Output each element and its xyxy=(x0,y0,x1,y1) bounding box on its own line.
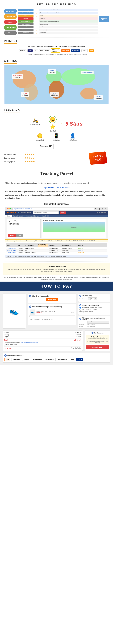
return-item-not-received[interactable]: Not Received xyxy=(4,9,17,14)
feedback-top-row: 🛵 Receive items ↓ → 😊 ⭐ Satisfied → 5 St… xyxy=(4,116,109,132)
subtotal-value: US $14.30 xyxy=(75,332,81,334)
pm-bank-transfer[interactable]: Bank Transfer xyxy=(44,358,56,361)
label-brazil: Brazil20-45days xyxy=(20,92,29,97)
rating-item-communication: Communication: ★★★★★ xyxy=(4,156,90,160)
return-refunds-section: RETURN AND REFUNDS Not Received Received… xyxy=(0,0,113,37)
shipping-value: US $0.00 xyxy=(76,334,81,336)
track-search-button[interactable]: Track xyxy=(60,212,66,214)
step4-label: Choose express delivery xyxy=(82,304,99,306)
feedback-unsatisfied: 😞 Unsatisfied xyxy=(36,133,44,141)
seller-coupon-checkbox[interactable] xyxy=(4,344,6,346)
benefit-note: If you get satisfied our stores,the posi… xyxy=(4,276,109,281)
thank-you-box: THANKYOU xyxy=(89,151,107,165)
browser-url-bar[interactable]: https://www.17track.net/zh-cn xyxy=(12,208,94,210)
tracking-title: Tracking Parcel xyxy=(5,171,108,176)
customer-satisfaction-section: Customer Satisfaction: We are committed … xyxy=(2,263,110,275)
ratings-col: Item as Described: ★★★★★ Communication: … xyxy=(4,152,90,164)
confirm-order-button[interactable]: Confirm order xyxy=(86,346,109,349)
logo-qiwi: QIWI xyxy=(89,49,94,52)
feedback-title: FEEDBACK xyxy=(4,108,20,112)
feedback-5stars: 5 Stars xyxy=(65,121,82,127)
step1-box: 1 Click it and place order Place Order xyxy=(28,294,76,303)
rating-item-description: Item as Described: ★★★★★ xyxy=(4,153,90,156)
feedback-satisfied: 😊 ⭐ Satisfied xyxy=(49,116,56,132)
payment-subtitle: Our Buyer Protection ONLY protects Payme… xyxy=(4,45,109,47)
logo-bank-transfer: Bank Transfer xyxy=(39,49,50,52)
return-item-quality[interactable]: Quality problems xyxy=(4,25,17,30)
logo-mastercard: MC xyxy=(34,49,38,52)
feedback-section: FEEDBACK 🛵 Receive items ↓ → 😊 ⭐ Satisfi… xyxy=(0,106,113,168)
return-left-col: Not Received Received Lost Received Qual… xyxy=(4,9,17,35)
payment-logos-row: Maestro VISA MC Bank Transfer WESTERNUNI… xyxy=(4,48,109,52)
logo-western-union: WESTERNUNION xyxy=(51,48,60,52)
find-coupon-link[interactable]: The find Aliexpress discounts xyxy=(21,342,38,344)
qty-input[interactable] xyxy=(90,298,94,300)
address-input[interactable] xyxy=(88,324,109,325)
track-nav: Home Postal Shipments International Expr… xyxy=(5,215,108,218)
return-item-received-lost[interactable]: Received Lost xyxy=(4,14,17,19)
track-go-button[interactable]: Track it xyxy=(8,234,16,237)
qty-increase-button[interactable]: + xyxy=(94,298,97,300)
ratings-thankyou-row: Item as Described: ★★★★★ Communication: … xyxy=(4,152,109,164)
country-select[interactable]: United States United Kingdom Germany xyxy=(88,321,109,323)
shipping-title: SHIPPING xyxy=(4,59,18,64)
express-free-radio[interactable] xyxy=(79,307,81,308)
track-textarea[interactable]: RF176394561CN xyxy=(8,223,39,233)
track-results-table: Track Com No.Track Carrier query results… xyxy=(5,242,108,255)
express-dhl-radio[interactable] xyxy=(79,309,81,310)
track-nav-home[interactable]: Home xyxy=(5,215,12,218)
pm-jcb[interactable]: JCB xyxy=(70,358,75,361)
track-body: input tracking number RF176394561CN Trac… xyxy=(5,218,108,240)
logo-webmoney: Webmoney xyxy=(71,49,80,52)
feedback-bottom-row: 😞 Unsatisfied → 📱 Contact us → 👤 100% So… xyxy=(4,133,109,141)
track-row-3: LY987654321CN 17TRACK China Post Registe… xyxy=(6,252,107,254)
track-nav-trade[interactable]: Trade Freight xyxy=(40,215,51,218)
pm-paypal[interactable]: PayPal xyxy=(76,358,83,361)
return-item-received[interactable]: Received xyxy=(4,20,17,24)
phone-input[interactable] xyxy=(88,326,109,328)
order-summary-box: Subtotal: US $14.30 Shipping: US $0.00 C… xyxy=(2,330,83,351)
label-europe: Europe10-35days xyxy=(48,69,56,74)
step3-box: 3 Fill in order qty Quantity: - + xyxy=(78,294,110,302)
return-result-col: → Resend /Refund xyxy=(99,9,109,22)
logo-maestro: Maestro xyxy=(19,49,26,52)
17track-content: 17TRACK 🔍 Choose shipments: Track Announ… xyxy=(5,210,108,258)
track-number-input[interactable] xyxy=(33,211,59,214)
return-middle-col: On the way Presumed Lost Partial Damaged… xyxy=(18,9,34,34)
return-desc-col: Please contact us to check it and be pat… xyxy=(40,9,98,34)
pm-mastercard[interactable]: MasterCard xyxy=(11,358,21,361)
step6-box: 6 Confirm order 🛡 Buyer Protection ☑ Ful… xyxy=(85,330,110,351)
shipping-section: SHIPPING North America North America7-15… xyxy=(0,57,113,106)
payment-method-section: ⑦ Choose payment term VISA MasterCard Ma… xyxy=(2,353,110,362)
label-africa: Africa25-60days xyxy=(50,92,59,97)
logo-ideal: iDEAL xyxy=(82,49,88,52)
place-order-button[interactable]: Place Order xyxy=(46,298,58,302)
browser-screenshot: https://www.17track.net/zh-cn ftg+▶☆ 17T… xyxy=(5,207,108,258)
shipping-map: North America North America7-15days Euro… xyxy=(4,65,109,104)
track-nav-postal[interactable]: Postal Shipments xyxy=(12,215,25,218)
coupon-value: -US $0.00 xyxy=(76,336,81,338)
unsatisfied-label: Unsatisfied xyxy=(36,139,44,141)
qty-decrease-button[interactable]: - xyxy=(88,298,90,300)
return-arrow-col: → → → → → → → → → xyxy=(34,9,38,34)
track-clear-button[interactable]: Clear xyxy=(16,234,23,237)
tracking-link-container[interactable]: https://www.17track.net/zh-cn xyxy=(5,186,108,189)
payment-step-label: ⑦ Choose payment term xyxy=(4,354,109,357)
step1-label: Click it and place order xyxy=(32,295,49,297)
tracking-link[interactable]: https://www.17track.net/zh-cn xyxy=(43,186,70,188)
label-north-america: North America7-15days xyxy=(12,74,23,79)
return-item-others[interactable]: Others xyxy=(4,30,17,35)
order-message-input[interactable] xyxy=(29,318,75,323)
pm-maestro[interactable]: Maestro xyxy=(22,358,30,361)
track-nav-international[interactable]: International Express xyxy=(25,215,40,218)
payment-title: PAYMENT xyxy=(4,40,17,44)
tracking-section: Tracking Parcel · · · ·◆· · · · This is … xyxy=(0,168,113,262)
pm-visa[interactable]: VISA xyxy=(4,358,10,361)
pm-western-union[interactable]: Western Union xyxy=(31,358,43,361)
feedback-contact-us: 📱 Contact us xyxy=(52,133,60,141)
label-australia: Australia15-40days xyxy=(94,95,103,100)
return-title: RETURN AND REFUNDS xyxy=(4,2,109,7)
total-value: US $14.30 xyxy=(74,339,81,341)
tracking-divider: · · · ·◆· · · · xyxy=(5,178,108,180)
pm-online-banking[interactable]: Online Banking xyxy=(56,358,69,361)
